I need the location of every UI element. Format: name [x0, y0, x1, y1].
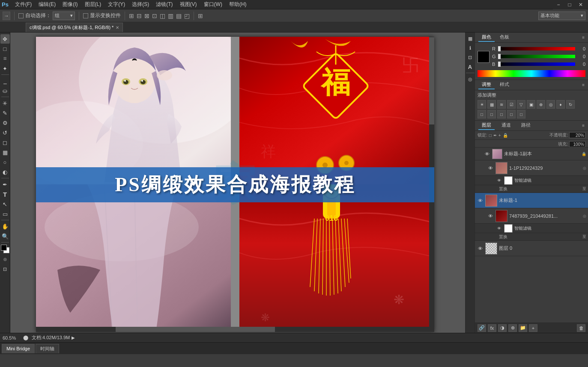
restore-button[interactable]: □ — [564, 0, 575, 9]
close-button[interactable]: ✕ — [575, 0, 586, 9]
screen-mode-button[interactable]: ⊡ — [0, 264, 10, 274]
fill-input[interactable] — [569, 141, 585, 147]
vibrance-adj-icon[interactable]: ▽ — [517, 100, 525, 109]
workspace-dropdown[interactable]: 基本功能 ▾ — [538, 12, 585, 20]
menu-image[interactable]: 图像(I) — [60, 0, 81, 9]
move-tool[interactable]: ✥ — [0, 34, 10, 44]
show-transform-checkbox[interactable] — [83, 13, 88, 18]
layer-visibility-toggle[interactable]: 👁 — [495, 177, 502, 184]
green-slider-thumb[interactable] — [498, 54, 501, 59]
auto-select-dropdown[interactable]: 组 ▾ — [53, 12, 75, 20]
adjustments-panel-menu[interactable]: ≡ — [582, 83, 585, 87]
layer-item-background[interactable]: 👁 图层 0 — [475, 241, 588, 256]
blur-tool[interactable]: ○ — [0, 157, 10, 167]
menu-layer[interactable]: 图层(L) — [82, 0, 104, 9]
layer-item[interactable]: 👁 未标题-1副本 🔒 — [475, 148, 588, 160]
minimize-button[interactable]: − — [553, 0, 564, 9]
bw-adj-icon[interactable]: ◎ — [546, 100, 555, 109]
color-tab[interactable]: 颜色 — [478, 33, 495, 42]
colorbalance-adj-icon[interactable]: ⊕ — [537, 100, 545, 109]
eraser-tool[interactable]: ◻ — [0, 138, 10, 147]
lock-transparency-icon[interactable]: □ — [489, 133, 492, 138]
color-spectrum[interactable] — [478, 70, 585, 77]
new-layer-button[interactable]: + — [529, 324, 537, 332]
status-arrow[interactable]: ▶ — [72, 335, 75, 340]
layer-visibility-toggle[interactable]: 👁 — [487, 213, 494, 219]
red-slider[interactable] — [498, 47, 575, 50]
navigator-icon[interactable]: ⊡ — [466, 53, 475, 62]
add-mask-button[interactable]: ◑ — [498, 324, 507, 332]
brush-tool[interactable]: ✎ — [0, 108, 10, 118]
menu-window[interactable]: 窗口(W) — [201, 0, 225, 9]
green-slider[interactable] — [498, 55, 575, 58]
posterize-adj-icon[interactable]: □ — [487, 110, 496, 118]
pen-tool[interactable]: ✒ — [0, 180, 10, 189]
tab-close-button[interactable]: ✕ — [116, 25, 119, 30]
align-icon-7[interactable]: ▤ — [176, 12, 182, 19]
menu-edit[interactable]: 编辑(E) — [36, 0, 59, 9]
channels-tab[interactable]: 通道 — [498, 121, 514, 130]
hsl-adj-icon[interactable]: ▣ — [527, 100, 535, 109]
layer-item-selected[interactable]: 👁 未标题-1 — [475, 193, 588, 208]
horizontal-scroll-thumb[interactable] — [116, 327, 275, 332]
lock-all-icon[interactable]: 🔒 — [503, 133, 508, 138]
move-tool-arrow[interactable]: → — [3, 12, 10, 20]
align-icon-2[interactable]: ⊟ — [137, 12, 142, 19]
zoom-tool[interactable]: 🔍 — [0, 231, 10, 241]
distribute-icon[interactable]: ⊞ — [198, 12, 203, 19]
selectivecolor-adj-icon[interactable]: □ — [517, 110, 525, 118]
brightness-adj-icon[interactable]: ☀ — [478, 100, 486, 109]
align-icon-6[interactable]: ▥ — [168, 12, 173, 19]
photofilter-adj-icon[interactable]: ♦ — [556, 100, 565, 109]
blue-slider[interactable] — [498, 62, 575, 66]
invert-adj-icon[interactable]: □ — [478, 110, 486, 118]
timeline-tab[interactable]: 时间轴 — [36, 344, 59, 353]
adjustments-tab[interactable]: 调整 — [478, 80, 495, 89]
lock-paint-icon[interactable]: ✒ — [493, 133, 497, 138]
quick-mask-button[interactable]: ◎ — [0, 255, 10, 264]
history-brush-tool[interactable]: ↺ — [0, 128, 10, 137]
threshold-adj-icon[interactable]: □ — [497, 110, 506, 118]
new-group-button[interactable]: 📁 — [519, 324, 527, 332]
eyedropper-tool[interactable]: ⛀ — [0, 86, 10, 95]
histogram-icon[interactable]: ▦ — [466, 34, 475, 43]
marquee-tool[interactable]: □ — [0, 44, 10, 53]
layer-visibility-toggle[interactable]: 👁 — [477, 197, 484, 204]
channelmix-adj-icon[interactable]: ↻ — [566, 100, 575, 109]
menu-help[interactable]: 帮助(H) — [226, 0, 250, 9]
stamp-tool[interactable]: ⚙ — [0, 118, 10, 127]
healing-tool[interactable]: ⚹ — [0, 98, 10, 108]
type-icon[interactable]: A — [466, 62, 475, 71]
hand-tool[interactable]: ✋ — [0, 222, 10, 231]
exposure-adj-icon[interactable]: ☑ — [507, 100, 516, 109]
foreground-color-swatch[interactable] — [1, 245, 7, 251]
magic-wand-tool[interactable]: ✦ — [0, 64, 10, 73]
mini-bridge-tab[interactable]: Mini Bridge — [2, 344, 35, 353]
color-panel-menu[interactable]: ≡ — [582, 35, 585, 40]
document-tab[interactable]: c绸缎.psd @ 60.5% (未标题-1, RGB/8) * ✕ — [26, 23, 123, 32]
lasso-tool[interactable]: ⌗ — [0, 54, 10, 63]
foreground-background-colors[interactable] — [1, 245, 9, 253]
new-fill-layer-button[interactable]: ⊕ — [508, 324, 517, 332]
info-icon[interactable]: ℹ — [466, 44, 475, 52]
align-icon-4[interactable]: ⊡ — [152, 12, 157, 19]
levels-adj-icon[interactable]: ▦ — [487, 100, 496, 109]
layer-visibility-toggle[interactable]: 👁 — [484, 151, 490, 157]
styles-tab[interactable]: 样式 — [496, 80, 513, 89]
lock-position-icon[interactable]: + — [498, 133, 501, 138]
foreground-color-preview[interactable] — [478, 51, 490, 63]
red-slider-thumb[interactable] — [498, 46, 501, 51]
path-selection-tool[interactable]: ↖ — [0, 199, 10, 209]
paths-tab[interactable]: 路径 — [518, 121, 534, 130]
layers-tab[interactable]: 图层 — [478, 121, 495, 130]
layer-visibility-toggle[interactable]: 👁 — [487, 165, 494, 172]
brush-preset-icon[interactable]: ◎ — [466, 75, 475, 83]
menu-view[interactable]: 视图(V) — [177, 0, 200, 9]
layer-visibility-toggle[interactable]: 👁 — [495, 225, 502, 232]
swatches-tab[interactable]: 色板 — [496, 33, 513, 42]
crop-tool[interactable]: ⎯ — [0, 76, 10, 86]
align-icon-8[interactable]: ◰ — [184, 12, 190, 19]
curves-adj-icon[interactable]: ≋ — [497, 100, 506, 109]
dodge-tool[interactable]: ◐ — [0, 167, 10, 177]
layer-options-icon2[interactable]: ◎ — [583, 214, 586, 218]
